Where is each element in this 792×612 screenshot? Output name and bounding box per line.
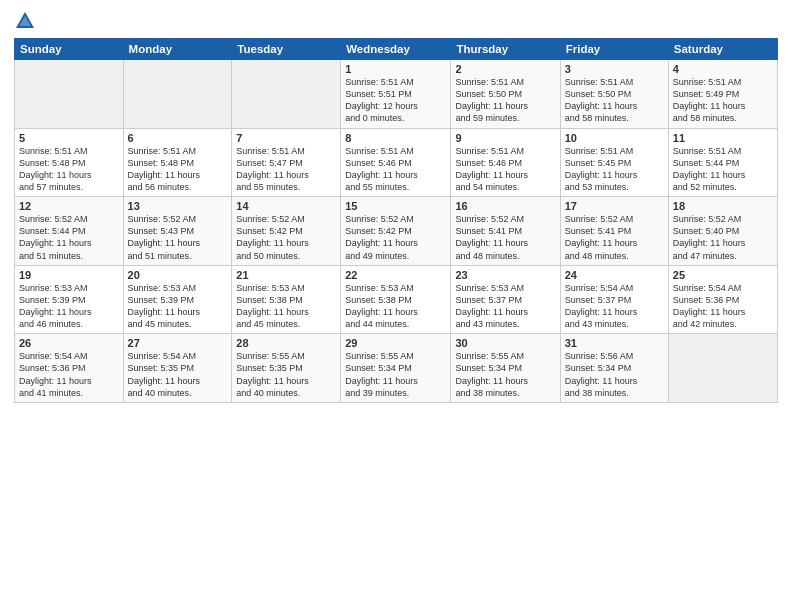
- day-number: 25: [673, 269, 773, 281]
- day-cell: [668, 334, 777, 403]
- day-cell: [15, 60, 124, 129]
- day-info: Sunrise: 5:52 AM Sunset: 5:42 PM Dayligh…: [345, 213, 446, 262]
- day-cell: 3Sunrise: 5:51 AM Sunset: 5:50 PM Daylig…: [560, 60, 668, 129]
- weekday-header-row: SundayMondayTuesdayWednesdayThursdayFrid…: [15, 39, 778, 60]
- calendar-table: SundayMondayTuesdayWednesdayThursdayFrid…: [14, 38, 778, 403]
- day-info: Sunrise: 5:51 AM Sunset: 5:48 PM Dayligh…: [19, 145, 119, 194]
- day-cell: 6Sunrise: 5:51 AM Sunset: 5:48 PM Daylig…: [123, 128, 232, 197]
- day-info: Sunrise: 5:52 AM Sunset: 5:42 PM Dayligh…: [236, 213, 336, 262]
- day-info: Sunrise: 5:53 AM Sunset: 5:38 PM Dayligh…: [236, 282, 336, 331]
- weekday-header-monday: Monday: [123, 39, 232, 60]
- day-number: 13: [128, 200, 228, 212]
- day-number: 17: [565, 200, 664, 212]
- day-number: 12: [19, 200, 119, 212]
- day-number: 30: [455, 337, 555, 349]
- header: [14, 10, 778, 32]
- day-cell: 5Sunrise: 5:51 AM Sunset: 5:48 PM Daylig…: [15, 128, 124, 197]
- day-cell: 15Sunrise: 5:52 AM Sunset: 5:42 PM Dayli…: [341, 197, 451, 266]
- week-row-0: 1Sunrise: 5:51 AM Sunset: 5:51 PM Daylig…: [15, 60, 778, 129]
- day-cell: 10Sunrise: 5:51 AM Sunset: 5:45 PM Dayli…: [560, 128, 668, 197]
- day-cell: 11Sunrise: 5:51 AM Sunset: 5:44 PM Dayli…: [668, 128, 777, 197]
- day-info: Sunrise: 5:52 AM Sunset: 5:43 PM Dayligh…: [128, 213, 228, 262]
- day-info: Sunrise: 5:51 AM Sunset: 5:46 PM Dayligh…: [345, 145, 446, 194]
- day-number: 4: [673, 63, 773, 75]
- day-cell: 14Sunrise: 5:52 AM Sunset: 5:42 PM Dayli…: [232, 197, 341, 266]
- weekday-header-tuesday: Tuesday: [232, 39, 341, 60]
- day-info: Sunrise: 5:52 AM Sunset: 5:40 PM Dayligh…: [673, 213, 773, 262]
- week-row-1: 5Sunrise: 5:51 AM Sunset: 5:48 PM Daylig…: [15, 128, 778, 197]
- day-info: Sunrise: 5:54 AM Sunset: 5:37 PM Dayligh…: [565, 282, 664, 331]
- day-info: Sunrise: 5:51 AM Sunset: 5:50 PM Dayligh…: [565, 76, 664, 125]
- day-number: 23: [455, 269, 555, 281]
- day-number: 18: [673, 200, 773, 212]
- day-cell: 23Sunrise: 5:53 AM Sunset: 5:37 PM Dayli…: [451, 265, 560, 334]
- day-cell: 17Sunrise: 5:52 AM Sunset: 5:41 PM Dayli…: [560, 197, 668, 266]
- day-cell: [123, 60, 232, 129]
- day-number: 26: [19, 337, 119, 349]
- week-row-4: 26Sunrise: 5:54 AM Sunset: 5:36 PM Dayli…: [15, 334, 778, 403]
- day-number: 5: [19, 132, 119, 144]
- day-number: 8: [345, 132, 446, 144]
- day-info: Sunrise: 5:51 AM Sunset: 5:50 PM Dayligh…: [455, 76, 555, 125]
- day-number: 29: [345, 337, 446, 349]
- day-number: 27: [128, 337, 228, 349]
- day-info: Sunrise: 5:55 AM Sunset: 5:35 PM Dayligh…: [236, 350, 336, 399]
- day-number: 6: [128, 132, 228, 144]
- day-info: Sunrise: 5:51 AM Sunset: 5:45 PM Dayligh…: [565, 145, 664, 194]
- day-number: 2: [455, 63, 555, 75]
- day-cell: 24Sunrise: 5:54 AM Sunset: 5:37 PM Dayli…: [560, 265, 668, 334]
- day-info: Sunrise: 5:52 AM Sunset: 5:41 PM Dayligh…: [565, 213, 664, 262]
- day-info: Sunrise: 5:55 AM Sunset: 5:34 PM Dayligh…: [345, 350, 446, 399]
- day-number: 11: [673, 132, 773, 144]
- week-row-2: 12Sunrise: 5:52 AM Sunset: 5:44 PM Dayli…: [15, 197, 778, 266]
- day-info: Sunrise: 5:53 AM Sunset: 5:38 PM Dayligh…: [345, 282, 446, 331]
- day-cell: 20Sunrise: 5:53 AM Sunset: 5:39 PM Dayli…: [123, 265, 232, 334]
- day-number: 3: [565, 63, 664, 75]
- day-cell: 19Sunrise: 5:53 AM Sunset: 5:39 PM Dayli…: [15, 265, 124, 334]
- day-cell: 2Sunrise: 5:51 AM Sunset: 5:50 PM Daylig…: [451, 60, 560, 129]
- day-info: Sunrise: 5:52 AM Sunset: 5:41 PM Dayligh…: [455, 213, 555, 262]
- weekday-header-friday: Friday: [560, 39, 668, 60]
- day-info: Sunrise: 5:51 AM Sunset: 5:51 PM Dayligh…: [345, 76, 446, 125]
- day-info: Sunrise: 5:53 AM Sunset: 5:37 PM Dayligh…: [455, 282, 555, 331]
- day-cell: [232, 60, 341, 129]
- logo-icon: [14, 10, 36, 32]
- day-info: Sunrise: 5:52 AM Sunset: 5:44 PM Dayligh…: [19, 213, 119, 262]
- day-cell: 29Sunrise: 5:55 AM Sunset: 5:34 PM Dayli…: [341, 334, 451, 403]
- day-number: 9: [455, 132, 555, 144]
- day-cell: 16Sunrise: 5:52 AM Sunset: 5:41 PM Dayli…: [451, 197, 560, 266]
- weekday-header-thursday: Thursday: [451, 39, 560, 60]
- day-info: Sunrise: 5:51 AM Sunset: 5:49 PM Dayligh…: [673, 76, 773, 125]
- day-number: 19: [19, 269, 119, 281]
- day-cell: 27Sunrise: 5:54 AM Sunset: 5:35 PM Dayli…: [123, 334, 232, 403]
- day-cell: 4Sunrise: 5:51 AM Sunset: 5:49 PM Daylig…: [668, 60, 777, 129]
- day-number: 1: [345, 63, 446, 75]
- day-number: 24: [565, 269, 664, 281]
- day-number: 15: [345, 200, 446, 212]
- day-info: Sunrise: 5:54 AM Sunset: 5:36 PM Dayligh…: [19, 350, 119, 399]
- day-cell: 22Sunrise: 5:53 AM Sunset: 5:38 PM Dayli…: [341, 265, 451, 334]
- weekday-header-sunday: Sunday: [15, 39, 124, 60]
- day-cell: 18Sunrise: 5:52 AM Sunset: 5:40 PM Dayli…: [668, 197, 777, 266]
- day-cell: 13Sunrise: 5:52 AM Sunset: 5:43 PM Dayli…: [123, 197, 232, 266]
- day-info: Sunrise: 5:51 AM Sunset: 5:44 PM Dayligh…: [673, 145, 773, 194]
- weekday-header-wednesday: Wednesday: [341, 39, 451, 60]
- day-info: Sunrise: 5:54 AM Sunset: 5:36 PM Dayligh…: [673, 282, 773, 331]
- day-info: Sunrise: 5:55 AM Sunset: 5:34 PM Dayligh…: [455, 350, 555, 399]
- day-number: 16: [455, 200, 555, 212]
- day-cell: 26Sunrise: 5:54 AM Sunset: 5:36 PM Dayli…: [15, 334, 124, 403]
- day-number: 14: [236, 200, 336, 212]
- day-number: 7: [236, 132, 336, 144]
- weekday-header-saturday: Saturday: [668, 39, 777, 60]
- day-cell: 28Sunrise: 5:55 AM Sunset: 5:35 PM Dayli…: [232, 334, 341, 403]
- day-cell: 25Sunrise: 5:54 AM Sunset: 5:36 PM Dayli…: [668, 265, 777, 334]
- calendar-page: SundayMondayTuesdayWednesdayThursdayFrid…: [0, 0, 792, 612]
- day-info: Sunrise: 5:51 AM Sunset: 5:47 PM Dayligh…: [236, 145, 336, 194]
- logo: [14, 10, 40, 32]
- day-cell: 8Sunrise: 5:51 AM Sunset: 5:46 PM Daylig…: [341, 128, 451, 197]
- day-info: Sunrise: 5:54 AM Sunset: 5:35 PM Dayligh…: [128, 350, 228, 399]
- day-info: Sunrise: 5:51 AM Sunset: 5:46 PM Dayligh…: [455, 145, 555, 194]
- day-number: 21: [236, 269, 336, 281]
- day-number: 10: [565, 132, 664, 144]
- day-number: 22: [345, 269, 446, 281]
